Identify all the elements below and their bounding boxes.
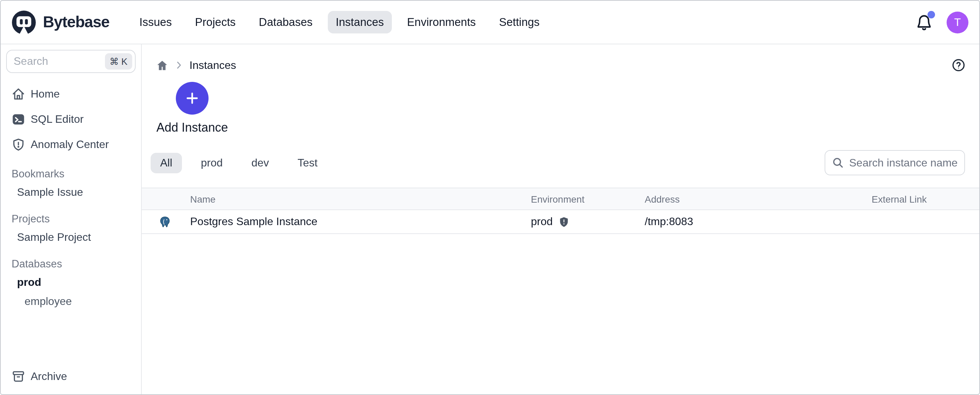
breadcrumb: Instances (142, 44, 979, 72)
chevron-right-icon (174, 60, 184, 70)
sidebar-item-sample-project[interactable]: Sample Project (1, 228, 141, 247)
section-label-bookmarks: Bookmarks (1, 165, 141, 183)
instance-search (825, 150, 965, 175)
environment-tabs: All prod dev Test (151, 152, 327, 173)
sidebar-item-sql-editor[interactable]: SQL Editor (1, 106, 141, 132)
instance-address: /tmp:8083 (645, 216, 872, 228)
add-instance-label: Add Instance (156, 121, 228, 135)
sidebar-item-label: SQL Editor (31, 113, 83, 125)
sidebar-item-sample-issue[interactable]: Sample Issue (1, 183, 141, 202)
instance-search-input[interactable] (825, 150, 965, 175)
tab-all[interactable]: All (151, 152, 182, 173)
nav-item-settings[interactable]: Settings (491, 11, 547, 34)
table-row[interactable]: Postgres Sample Instance prod /tmp:8083 (142, 210, 979, 234)
notification-button[interactable] (915, 13, 933, 31)
nav-item-environments[interactable]: Environments (399, 11, 484, 34)
main-content: Instances (142, 44, 979, 394)
nav-item-instances[interactable]: Instances (328, 11, 392, 34)
app-window: Bytebase Issues Projects Databases Insta… (0, 0, 980, 395)
top-navbar: Bytebase Issues Projects Databases Insta… (1, 1, 979, 44)
sidebar-item-label: Home (31, 88, 60, 100)
bytebase-logo[interactable]: Bytebase (10, 8, 110, 36)
column-header-environment: Environment (531, 194, 645, 204)
tab-prod[interactable]: prod (191, 152, 232, 173)
table-header-row: Name Environment Address External Link (142, 188, 979, 210)
avatar-initial: T (954, 16, 961, 28)
filter-row: All prod dev Test (151, 150, 965, 175)
column-header-address: Address (645, 194, 872, 204)
environment-value: prod (531, 216, 553, 228)
avatar[interactable]: T (947, 11, 969, 33)
shield-icon (558, 216, 570, 227)
tab-dev[interactable]: dev (242, 152, 279, 173)
sidebar-item-label: Archive (31, 371, 67, 383)
help-circle-icon (951, 58, 966, 72)
notification-dot (928, 11, 935, 18)
shield-alert-icon (11, 138, 25, 151)
section-label-databases: Databases (1, 255, 141, 273)
bytebase-mascot-icon (10, 8, 38, 36)
help-button[interactable] (951, 58, 966, 72)
home-icon (11, 87, 25, 101)
sidebar-item-anomaly-center[interactable]: Anomaly Center (1, 132, 141, 157)
sidebar: ⌘ K Home SQL Editor (1, 44, 142, 394)
sidebar-item-home[interactable]: Home (1, 81, 141, 106)
section-label-projects: Projects (1, 210, 141, 228)
sidebar-item-employee[interactable]: employee (1, 292, 141, 311)
sidebar-item-label: Anomaly Center (31, 138, 109, 150)
add-instance-block: Add Instance (162, 82, 223, 135)
nav-item-databases[interactable]: Databases (251, 11, 321, 34)
brand-wordmark: Bytebase (43, 13, 110, 31)
column-header-name: Name (190, 194, 531, 204)
terminal-icon (11, 112, 25, 126)
sidebar-item-prod[interactable]: prod (1, 273, 141, 292)
sidebar-search: ⌘ K (6, 50, 135, 73)
instance-environment: prod (531, 216, 645, 228)
postgresql-icon (142, 215, 190, 228)
sidebar-item-archive[interactable]: Archive (1, 363, 141, 390)
breadcrumb-home-icon[interactable] (156, 59, 168, 71)
top-nav: Issues Projects Databases Instances Envi… (131, 11, 548, 34)
keyboard-shortcut-badge: ⌘ K (105, 53, 132, 70)
instance-table: Name Environment Address External Link P… (142, 188, 979, 234)
nav-item-issues[interactable]: Issues (131, 11, 180, 34)
tab-test[interactable]: Test (288, 152, 327, 173)
archive-box-icon (11, 370, 25, 384)
nav-item-projects[interactable]: Projects (187, 11, 243, 34)
sidebar-spacer (1, 311, 141, 363)
plus-icon (184, 90, 200, 106)
topbar-right: T (915, 11, 969, 33)
breadcrumb-current: Instances (189, 59, 236, 71)
instance-name[interactable]: Postgres Sample Instance (190, 216, 531, 228)
add-instance-button[interactable] (176, 82, 208, 115)
column-header-external-link: External Link (872, 194, 979, 204)
